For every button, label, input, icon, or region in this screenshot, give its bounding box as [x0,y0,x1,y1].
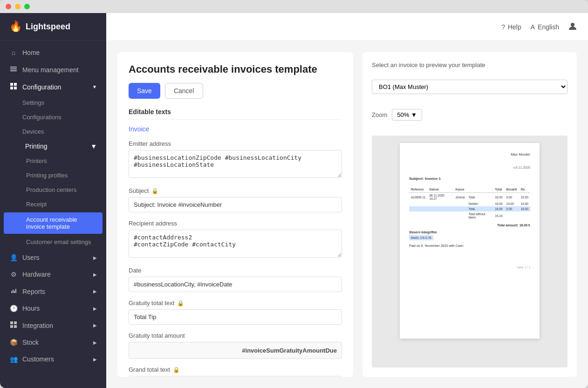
sidebar-item-settings[interactable]: Settings [0,95,106,110]
sidebar-item-label: Hardware [22,271,51,278]
lock-icon: 🔒 [177,300,184,306]
menu-icon [9,66,18,74]
sidebar-item-label: Printing [25,143,47,150]
maximize-button[interactable] [24,4,30,9]
sidebar-item-label: Customer email settings [26,238,91,245]
sidebar-item-reports[interactable]: Reports ▶ [0,283,106,300]
titlebar [0,0,588,13]
chevron-right-icon: ▶ [93,323,97,328]
language-icon: A [531,23,535,31]
table-row: Debitor 16.00 19.00 19.00 [409,201,530,206]
sidebar-item-production-centers[interactable]: Production centers [0,183,106,197]
svg-rect-8 [14,321,17,324]
hours-icon: 🕐 [9,305,18,312]
integration-icon [9,321,18,329]
chevron-right-icon: ▶ [93,340,97,345]
users-icon: 👤 [9,254,18,261]
sidebar-item-customer-email[interactable]: Customer email settings [0,235,106,249]
chevron-down-icon: ▼ [411,111,417,118]
sidebar-item-users[interactable]: 👤 Users ▶ [0,249,106,266]
subject-input[interactable] [129,197,342,212]
sidebar-item-customers[interactable]: 👥 Customers ▶ [0,351,106,368]
sidebar-item-label: Menu management [22,66,79,74]
sidebar-item-integration[interactable]: Integration ▶ [0,317,106,334]
tax-row: MwSt. 1% 0.76 [409,235,433,240]
minimize-button[interactable] [15,4,21,9]
app-body: 🔥 Lightspeed ⌂ Home Menu management [0,13,588,388]
topbar: ? Help A English [106,13,588,41]
invoice-date: x.6.11.2020 [409,166,530,169]
sidebar-item-receipt[interactable]: Receipt [0,197,106,211]
sidebar-item-account-receivable[interactable]: Account receivable invoice template [4,212,103,234]
invoice-tax-section: Steuern inbegriffen MwSt. 1% 0.76 [409,231,530,240]
invoice-paid-note: Paid on 6. November 2020 with Cash. [409,244,530,247]
save-button[interactable]: Save [129,83,160,99]
recipient-address-field: Recipient address #contactAddress2 #cont… [129,220,342,259]
emitter-address-input[interactable]: #businessLocationZipCode #businessLocati… [129,150,342,178]
chevron-right-icon: ▶ [93,272,97,277]
sidebar-item-stock[interactable]: 📦 Stock ▶ [0,334,106,351]
col-kasse: Kasse [454,186,467,193]
gratuity-total-text-label: Gratuity total text 🔒 [129,300,342,306]
table-row: A10856.11 06.11.2020 14:27 Jorena Total … [409,193,530,202]
user-menu[interactable] [568,22,577,32]
cancel-button[interactable]: Cancel [165,83,203,99]
date-field: Date [129,267,342,292]
subject-label: Subject 🔒 [129,187,342,194]
svg-rect-6 [14,87,17,89]
logo-icon: 🔥 [9,20,22,33]
sidebar-item-label: Printers [26,157,47,164]
sidebar-item-label: Account receivable invoice template [26,216,97,230]
col-empty [466,186,493,193]
sidebar-item-menu-management[interactable]: Menu management [0,61,106,78]
sidebar-item-label: Integration [22,322,53,329]
reports-icon [9,287,18,295]
language-selector[interactable]: A English [531,23,559,31]
sidebar-item-configurations[interactable]: Configurations [0,110,106,124]
chevron-down-icon: ▼ [92,84,97,89]
sidebar-item-label: Users [22,254,40,261]
gratuity-total-text-field: Gratuity total text 🔒 [129,300,342,325]
sidebar-item-home[interactable]: ⌂ Home [0,44,106,61]
invoice-customer-name: Max Muster [409,152,530,157]
zoom-button[interactable]: 50% ▼ [392,109,422,121]
gratuity-total-amount-label: Gratuity total amount [129,332,342,339]
sidebar: 🔥 Lightspeed ⌂ Home Menu management [0,13,106,388]
sidebar-item-hours[interactable]: 🕐 Hours ▶ [0,300,106,317]
page-title: Accounts receivable invoices template [129,63,342,75]
zoom-label: Zoom [372,111,387,118]
date-input[interactable] [129,277,342,292]
gratuity-total-text-input[interactable] [129,309,342,325]
sidebar-item-label: Receipt [26,201,47,208]
sidebar-item-devices[interactable]: Devices [0,124,106,139]
stock-icon: 📦 [9,339,18,346]
sidebar-item-hardware[interactable]: ⚙ Hardware ▶ [0,266,106,283]
col-datum: Datum [427,186,453,193]
grand-total-text-field: Grand total text 🔒 [129,366,342,377]
sidebar-item-printing-profiles[interactable]: Printing profiles [0,168,106,183]
preview-select-label: Select an invoice to preview your templa… [372,61,567,68]
invoice-link[interactable]: Invoice [129,125,342,133]
close-button[interactable] [6,4,11,9]
user-icon [568,22,577,32]
language-label: English [538,23,559,31]
sidebar-item-configuration[interactable]: Configuration ▼ [0,78,106,95]
sidebar-item-label: Reports [22,288,45,295]
col-re: Re. [519,186,530,193]
form-panel: Accounts receivable invoices template Sa… [117,52,353,377]
sidebar-item-label: Devices [22,128,44,135]
app-window: 🔥 Lightspeed ⌂ Home Menu management [0,0,588,388]
sidebar-item-label: Home [22,49,40,56]
chevron-right-icon: ▶ [93,306,97,311]
sidebar-item-printers[interactable]: Printers [0,154,106,168]
invoice-subject: Subject: Invoice 1 [409,177,530,181]
invoice-select[interactable]: BO1 (Max Muster) [372,80,567,94]
table-row-highlighted: Total 16.00 0.00 16.00 [409,206,530,211]
chevron-right-icon: ▶ [93,289,97,294]
sidebar-item-printing[interactable]: Printing ▼ [0,139,106,154]
recipient-address-input[interactable]: #contactAddress2 #contactZipCode #contac… [129,230,342,258]
chevron-right-icon: ▶ [93,255,97,260]
help-button[interactable]: ? Help [501,23,521,31]
svg-rect-4 [14,83,17,86]
grand-total-text-input[interactable] [129,376,342,377]
